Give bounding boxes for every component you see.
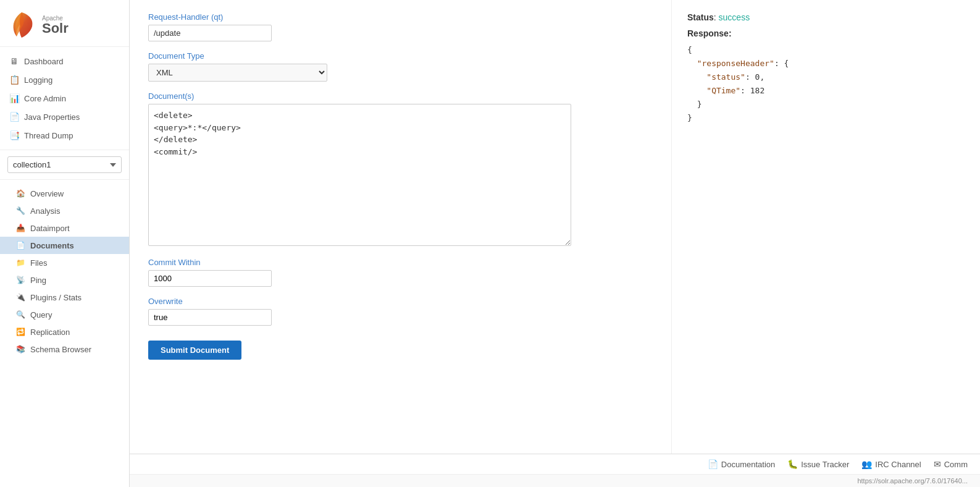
- sidebar-item-documents[interactable]: 📄 Documents: [0, 237, 129, 254]
- sidebar-item-ping[interactable]: 📡 Ping: [0, 271, 129, 289]
- sidebar: Apache Solr 🖥 Dashboard 📋 Logging 📊 Core…: [0, 0, 130, 487]
- logging-icon: 📋: [9, 75, 19, 85]
- url-bar: https://solr.apache.org/7.6.0/17640...: [130, 474, 980, 487]
- documents-label: Documents: [30, 241, 74, 250]
- irc-channel-icon: 👥: [861, 459, 872, 469]
- status-label: Status: [687, 12, 714, 22]
- dataimport-label: Dataimport: [30, 224, 70, 233]
- sidebar-item-overview[interactable]: 🏠 Overview: [0, 185, 129, 202]
- documentation-link[interactable]: 📄 Documentation: [708, 459, 775, 469]
- documents-form: Request-Handler (qt) Document Type XML J…: [130, 0, 671, 454]
- collection-selector[interactable]: collection1: [7, 156, 122, 173]
- request-handler-label: Request-Handler (qt): [148, 12, 653, 22]
- query-label: Query: [30, 310, 52, 320]
- files-label: Files: [30, 258, 47, 268]
- irc-channel-link[interactable]: 👥 IRC Channel: [861, 459, 921, 469]
- overwrite-label: Overwrite: [148, 297, 653, 306]
- sidebar-item-java-properties[interactable]: 📄 Java Properties: [0, 108, 129, 126]
- url-text: https://solr.apache.org/7.6.0/17640...: [857, 477, 968, 485]
- issue-tracker-icon: 🐛: [787, 459, 798, 469]
- sidebar-item-thread-dump[interactable]: 📑 Thread Dump: [0, 126, 129, 145]
- ping-icon: 📡: [15, 275, 25, 285]
- schema-browser-icon: 📚: [15, 344, 25, 354]
- overview-icon: 🏠: [15, 188, 25, 198]
- sidebar-item-dataimport[interactable]: 📥 Dataimport: [0, 219, 129, 237]
- sidebar-item-logging[interactable]: 📋 Logging: [0, 70, 129, 89]
- comm-link[interactable]: ✉ Comm: [934, 459, 968, 469]
- response-status-line: Status: success: [687, 12, 965, 22]
- ping-label: Ping: [30, 276, 46, 285]
- dashboard-label: Dashboard: [24, 57, 64, 66]
- response-panel: Status: success Response: { "responseHea…: [671, 0, 980, 454]
- document-type-label: Document Type: [148, 51, 653, 61]
- main-content: Request-Handler (qt) Document Type XML J…: [130, 0, 980, 487]
- overwrite-input[interactable]: [148, 309, 272, 326]
- core-admin-label: Core Admin: [24, 94, 66, 103]
- comm-label: Comm: [944, 460, 968, 469]
- commit-within-label: Commit Within: [148, 258, 653, 267]
- java-properties-label: Java Properties: [24, 112, 80, 122]
- logging-label: Logging: [24, 75, 52, 85]
- irc-channel-label: IRC Channel: [875, 460, 921, 469]
- sidebar-item-replication[interactable]: 🔁 Replication: [0, 323, 129, 341]
- documents-textarea[interactable]: <delete> <query>*:*</query> </delete> <c…: [148, 104, 571, 246]
- sidebar-item-core-admin[interactable]: 📊 Core Admin: [0, 89, 129, 108]
- schema-browser-label: Schema Browser: [30, 345, 91, 354]
- documents-label: Document(s): [148, 91, 653, 101]
- sidebar-item-dashboard[interactable]: 🖥 Dashboard: [0, 52, 129, 70]
- documentation-icon: 📄: [708, 459, 718, 469]
- replication-icon: 🔁: [15, 327, 25, 337]
- request-handler-group: Request-Handler (qt): [148, 12, 653, 41]
- java-properties-icon: 📄: [9, 112, 19, 122]
- plugins-label: Plugins / Stats: [30, 293, 82, 302]
- core-admin-icon: 📊: [9, 93, 19, 103]
- analysis-label: Analysis: [30, 206, 60, 216]
- main-nav: 🖥 Dashboard 📋 Logging 📊 Core Admin 📄 Jav…: [0, 47, 129, 150]
- commit-within-input[interactable]: [148, 270, 272, 287]
- replication-label: Replication: [30, 328, 70, 337]
- sidebar-item-files[interactable]: 📁 Files: [0, 254, 129, 271]
- thread-dump-icon: 📑: [9, 130, 19, 140]
- plugins-icon: 🔌: [15, 292, 25, 302]
- dataimport-icon: 📥: [15, 223, 25, 233]
- sidebar-item-query[interactable]: 🔍 Query: [0, 306, 129, 323]
- commit-within-group: Commit Within: [148, 258, 653, 287]
- documents-group: Document(s) <delete> <query>*:*</query> …: [148, 91, 653, 248]
- sidebar-item-schema-browser[interactable]: 📚 Schema Browser: [0, 341, 129, 358]
- solr-logo-icon: [6, 9, 37, 40]
- files-icon: 📁: [15, 258, 25, 268]
- query-icon: 🔍: [15, 310, 25, 320]
- issue-tracker-label: Issue Tracker: [801, 460, 849, 469]
- logo-area: Apache Solr: [0, 0, 129, 47]
- analysis-icon: 🔧: [15, 206, 25, 216]
- overview-label: Overview: [30, 189, 64, 198]
- request-handler-input[interactable]: [148, 25, 272, 41]
- response-label: Response:: [687, 28, 965, 38]
- overwrite-group: Overwrite: [148, 297, 653, 326]
- dashboard-icon: 🖥: [9, 56, 19, 66]
- submit-document-button[interactable]: Submit Document: [148, 341, 241, 360]
- collection-selector-wrap: collection1: [0, 150, 129, 180]
- response-json: { "responseHeader": { "status": 0, "QTim…: [687, 43, 965, 125]
- sidebar-item-analysis[interactable]: 🔧 Analysis: [0, 202, 129, 219]
- issue-tracker-link[interactable]: 🐛 Issue Tracker: [787, 459, 849, 469]
- document-type-group: Document Type XML JSON CSV Solr Command …: [148, 51, 653, 82]
- sidebar-item-plugins-stats[interactable]: 🔌 Plugins / Stats: [0, 289, 129, 306]
- footer: 📄 Documentation 🐛 Issue Tracker 👥 IRC Ch…: [130, 454, 980, 474]
- document-type-select[interactable]: XML JSON CSV Solr Command (Raw XML or JS…: [148, 64, 327, 82]
- documentation-label: Documentation: [721, 460, 775, 469]
- documents-icon: 📄: [15, 240, 25, 250]
- solr-label: Solr: [42, 22, 69, 35]
- thread-dump-label: Thread Dump: [24, 131, 73, 140]
- status-value: success: [719, 12, 750, 22]
- comm-icon: ✉: [934, 459, 941, 469]
- sub-nav: 🏠 Overview 🔧 Analysis 📥 Dataimport 📄 Doc…: [0, 180, 129, 363]
